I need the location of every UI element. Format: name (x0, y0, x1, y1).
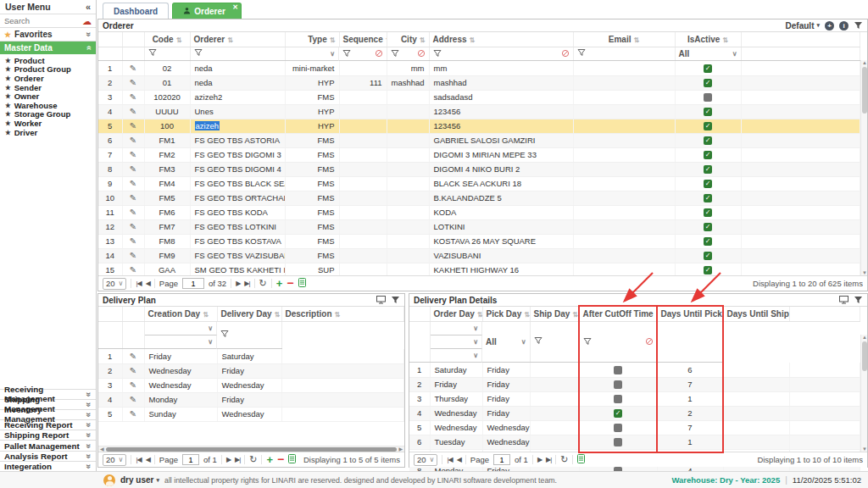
table-row[interactable]: 13✎FM8FS GEO TBS KOSTAVAFMSKOSTAVA 26 MA… (98, 234, 860, 248)
table-row[interactable]: 2✎WednesdayFriday (98, 363, 404, 378)
sidebar-item[interactable]: ★ Worker (5, 119, 96, 128)
edit-pencil-icon[interactable]: ✎ (130, 208, 136, 217)
filter-code[interactable] (144, 47, 190, 61)
sidebar-section[interactable]: Integeration » (0, 461, 96, 471)
circle-plus-icon[interactable]: + (825, 21, 834, 30)
edit-pencil-icon[interactable]: ✎ (130, 107, 136, 116)
col-header-creation-day[interactable]: Creation Day⇅ (144, 307, 217, 321)
last-page-button[interactable]: ▶| (546, 456, 551, 463)
sidebar-item[interactable]: ★ Owner (5, 92, 96, 101)
table-row[interactable]: 4✎UUUUUnesHYP123456✓ (98, 104, 860, 119)
filter-address[interactable] (429, 47, 573, 61)
filter-icon[interactable] (854, 21, 863, 30)
table-row[interactable]: 5✎SundayWednesday (98, 407, 404, 421)
prev-page-button[interactable]: ◀ (457, 456, 461, 463)
edit-pencil-icon[interactable]: ✎ (130, 64, 136, 73)
col-header-after-cutoff-time[interactable]: After CutOff Time⇅ (579, 307, 657, 321)
col-header-description[interactable]: Description⇅ (281, 307, 404, 321)
table-row[interactable]: 3✎WednesdayWednesday (98, 378, 404, 392)
sidebar-item[interactable]: ★ Product Group (5, 65, 96, 75)
refresh-icon[interactable]: ↻ (249, 454, 257, 465)
scroll-up-icon[interactable]: ▲ (861, 60, 868, 65)
sidebar-item[interactable]: ★ Product (5, 56, 96, 65)
table-row[interactable]: 12✎FM7FS GEO TBS LOTKINIFMSLOTKINI✓ (98, 219, 860, 234)
col-header-pick-day[interactable]: Pick Day⇅ (482, 307, 530, 321)
page-size-select[interactable]: 20∨ (414, 454, 437, 466)
sidebar-master-data-header[interactable]: Master Data » (0, 42, 96, 54)
filter-email[interactable] (573, 47, 675, 61)
table-row[interactable]: 6✎FM1FS GEO TBS ASTORIAFMSGABRIEL SALOSI… (98, 133, 860, 147)
edit-pencil-icon[interactable]: ✎ (130, 121, 136, 130)
filter-days-until-shipping[interactable] (579, 321, 657, 363)
filter-pick-day-dropdown[interactable]: ∨ (431, 336, 483, 349)
filter-icon[interactable] (391, 296, 400, 304)
sidebar-header[interactable]: User Menu « (0, 0, 96, 14)
search-input[interactable] (4, 16, 80, 25)
tab-dashboard[interactable]: Dashboard (103, 3, 169, 19)
table-row[interactable]: 4✎MondayFriday (98, 392, 404, 407)
col-header-email[interactable]: Email⇅ (573, 32, 675, 47)
col-header-days-until-shipping[interactable]: Days Until Shipping⇅ (723, 307, 789, 321)
table-row[interactable]: 9✎FM4FS GEO TBS BLACK SEAFMSBLACK SEA AC… (98, 176, 860, 191)
search-cloud-icon[interactable]: ☁ (82, 17, 92, 25)
circle-info-icon[interactable]: i (839, 21, 849, 30)
filter-isactive-dropdown[interactable]: All∨ (675, 47, 741, 61)
col-header-delivery-day[interactable]: Delivery Day⇅ (217, 307, 281, 321)
table-row[interactable]: 3ThursdayFriday1 (409, 391, 860, 406)
edit-pencil-icon[interactable]: ✎ (130, 222, 136, 231)
monitor-icon[interactable] (376, 296, 386, 304)
filter-after-cutoff-dropdown[interactable]: All∨ (482, 321, 530, 363)
edit-pencil-icon[interactable]: ✎ (130, 380, 136, 390)
col-header-code[interactable]: Code⇅ (144, 32, 190, 47)
col-header-type[interactable]: Type⇅ (285, 32, 339, 47)
filter-type-dropdown[interactable]: ∨ (286, 47, 340, 61)
edit-pencil-icon[interactable]: ✎ (130, 78, 136, 87)
sidebar-item[interactable]: ★ Storage Group (5, 110, 96, 119)
table-row[interactable]: 7✎FM2FS GEO TBS DIGOMI 3FMSDIGOMI 3 MIRI… (98, 147, 860, 162)
excel-export-icon[interactable] (288, 454, 296, 465)
edit-pencil-icon[interactable]: ✎ (130, 150, 136, 159)
scroll-up-icon[interactable]: ▲ (861, 335, 868, 340)
next-page-button[interactable]: ▶ (226, 456, 231, 463)
edit-pencil-icon[interactable]: ✎ (130, 193, 136, 202)
sidebar-item[interactable]: ★ Warehouse (5, 101, 96, 110)
page-number-input[interactable] (493, 454, 510, 465)
sidebar-section[interactable]: Shipping Report » (0, 430, 96, 440)
edit-pencil-icon[interactable]: ✎ (130, 236, 136, 246)
first-page-button[interactable]: |◀ (136, 456, 141, 463)
col-header-address[interactable]: Address⇅ (429, 32, 573, 47)
filter-days-until-pick[interactable] (530, 321, 579, 363)
horizontal-scrollbar[interactable]: ◀ ▶ (98, 446, 404, 452)
edit-pencil-icon[interactable]: ✎ (130, 92, 136, 102)
last-page-button[interactable]: ▶| (235, 456, 240, 463)
prev-page-button[interactable]: ◀ (146, 456, 150, 463)
first-page-button[interactable]: |◀ (136, 280, 141, 287)
table-row[interactable]: 5WednesdayWednesday7 (409, 420, 860, 435)
filter-icon[interactable] (854, 296, 863, 304)
page-number-input[interactable] (182, 278, 204, 289)
edit-pencil-icon[interactable]: ✎ (130, 366, 136, 375)
edit-pencil-icon[interactable]: ✎ (130, 136, 136, 145)
add-row-button[interactable]: + (266, 454, 273, 465)
col-header-order-day[interactable]: Order Day⇅ (430, 307, 482, 321)
edit-pencil-icon[interactable]: ✎ (130, 352, 136, 361)
vertical-scrollbar[interactable]: ▲ ▼ (860, 60, 867, 275)
table-row[interactable]: 1✎02nedamini-marketmmmm✓ (98, 61, 860, 75)
sidebar-favorites[interactable]: ★ Favorites » (0, 28, 96, 42)
table-row[interactable]: 1✎FridaySaturday (98, 349, 404, 363)
collapse-sidebar-icon[interactable]: « (86, 2, 91, 12)
table-row[interactable]: 2FridayFriday7 (409, 377, 860, 391)
table-row[interactable]: 11✎FM6FS GEO TBS KODAFMSKODA✓ (98, 205, 860, 219)
next-page-button[interactable]: ▶ (537, 456, 542, 463)
filter-delivery-day-dropdown[interactable]: ∨ (145, 336, 218, 349)
filter-orderer[interactable] (190, 47, 285, 61)
col-header-orderer[interactable]: Orderer⇅ (190, 32, 285, 47)
filter-ship-day-dropdown[interactable]: ∨ (431, 349, 483, 363)
table-row[interactable]: 10✎FM5FS GEO TBS ORTACHALA 2FMSB.KALANDA… (98, 191, 860, 205)
refresh-icon[interactable]: ↻ (560, 454, 568, 465)
remove-row-button[interactable]: − (277, 454, 284, 465)
view-selector-dropdown[interactable]: Default▾ (786, 21, 820, 30)
remove-row-button[interactable]: − (287, 278, 293, 289)
filter-creation-day-dropdown[interactable]: ∨ (145, 322, 218, 336)
col-header-isactive[interactable]: IsActive⇅ (675, 32, 741, 47)
